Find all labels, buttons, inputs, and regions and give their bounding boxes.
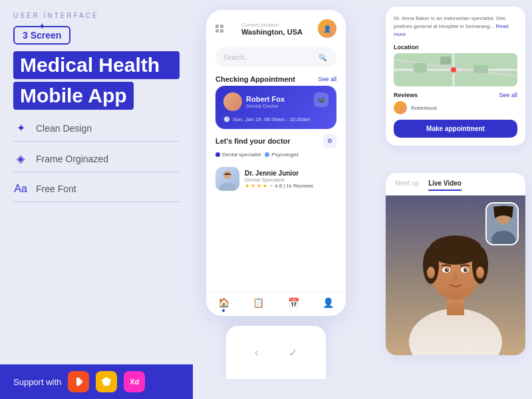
right-panel: Dr. Anna Baker is an Indonesian speciali… xyxy=(379,0,532,399)
feature-clean-design: ✦ Clean Design xyxy=(13,122,180,142)
doctor-rating: ★ ★ ★ ★ ★ 4.8 | 1k Reviews xyxy=(245,183,313,189)
appointment-time: 🕐 Sun, Jan 19. 08.00am - 10.00am xyxy=(223,116,329,122)
reviewer-name: Robinhood xyxy=(411,105,437,111)
review-count: | xyxy=(283,183,285,189)
filter-button[interactable]: ⚙ xyxy=(323,134,336,148)
video-card: Meet up Live Video xyxy=(386,173,525,355)
star1: ★ xyxy=(245,183,249,189)
location-value: Washington, USA xyxy=(241,28,303,36)
psych-dot xyxy=(265,152,269,157)
svg-rect-11 xyxy=(473,65,488,73)
title-line2: Mobile App xyxy=(13,82,134,110)
svg-marker-1 xyxy=(102,377,111,386)
feature-frame: ◈ Frame Orginazed xyxy=(13,152,180,172)
dental-dot xyxy=(215,152,220,157)
screen-badge: 3 Screen xyxy=(13,26,70,45)
appointment-doctor-name: Robert Fox xyxy=(246,95,285,103)
doctor-list-item[interactable]: Dr. Jennie Junior Dental Specialist ★ ★ … xyxy=(215,163,336,195)
specialty-dental[interactable]: Dental specialist xyxy=(215,152,261,158)
reviews-title: Reviews xyxy=(394,92,418,98)
bottom-navigation: 🏠 📋 📅 👤 xyxy=(206,291,346,316)
search-icon[interactable]: 🔍 xyxy=(317,51,329,63)
see-all-appointments[interactable]: See all xyxy=(318,76,336,82)
back-icon[interactable]: ‹ xyxy=(255,346,258,358)
appointment-top: Robert Fox Dental Doctor 📹 xyxy=(223,92,329,111)
appointment-doctor-info: Robert Fox Dental Doctor xyxy=(223,92,285,111)
support-bar: Support with Xd xyxy=(0,364,193,399)
phone-header: Current location Washington, USA 👤 xyxy=(206,10,346,43)
reviews-section: Reviews See all Robinhood xyxy=(394,92,517,114)
appointment-doctor-details: Robert Fox Dental Doctor xyxy=(246,95,285,109)
location-info: Current location Washington, USA xyxy=(241,22,303,36)
xd-icon[interactable]: Xd xyxy=(124,371,145,392)
svg-point-3 xyxy=(219,183,235,191)
rating-value: 4.8 xyxy=(275,183,282,189)
doctor-details: Dr. Jennie Junior Dental Specialist ★ ★ … xyxy=(245,170,313,189)
location-label: Current location xyxy=(241,22,303,28)
features-list: ✦ Clean Design ◈ Frame Orginazed Aa Free… xyxy=(13,122,180,202)
location-section: Location xyxy=(394,44,517,86)
svg-point-26 xyxy=(427,267,435,279)
star4: ★ xyxy=(263,183,267,189)
font-icon: Aa xyxy=(13,183,28,195)
check-icon[interactable]: ✓ xyxy=(289,346,297,359)
reviewer-item: Robinhood xyxy=(394,101,517,114)
specialty-psych[interactable]: Psycologist xyxy=(265,152,298,158)
nav-profile[interactable]: 👤 xyxy=(323,297,334,312)
phone-middle: Current location Washington, USA 👤 Searc… xyxy=(206,10,346,316)
svg-rect-10 xyxy=(440,57,451,65)
svg-point-24 xyxy=(464,268,467,272)
support-text: Support with xyxy=(13,377,61,387)
make-appointment-button[interactable]: Make appointment xyxy=(394,120,517,138)
star2: ★ xyxy=(251,183,255,189)
live-video-content xyxy=(386,196,525,355)
video-call-icon[interactable]: 📹 xyxy=(314,92,329,107)
sparkle-icon: ✦ xyxy=(13,122,28,134)
appointment-title: Checking Appointment xyxy=(215,75,295,83)
star5: ★ xyxy=(269,183,273,189)
svg-point-22 xyxy=(447,269,448,270)
nav-calendar[interactable]: 📅 xyxy=(288,297,299,312)
menu-icon[interactable] xyxy=(215,25,226,33)
figma-icon[interactable] xyxy=(68,371,89,392)
svg-point-25 xyxy=(466,269,467,270)
appointment-section-header: Checking Appointment See all xyxy=(206,71,346,86)
reviews-header: Reviews See all xyxy=(394,92,517,98)
tab-meetup[interactable]: Meet up xyxy=(395,180,419,191)
appointment-card[interactable]: Robert Fox Dental Doctor 📹 🕐 Sun, Jan 19… xyxy=(215,86,336,129)
layers-icon: ◈ xyxy=(13,152,28,165)
see-all-reviews[interactable]: See all xyxy=(499,92,517,98)
tab-livevideo[interactable]: Live Video xyxy=(428,180,462,191)
find-doctor-header: Let's find your doctor ⚙ xyxy=(215,134,336,148)
sketch-icon[interactable] xyxy=(96,371,117,392)
feature-label: Free Font xyxy=(36,184,76,194)
search-bar[interactable]: Search... 🔍 xyxy=(215,47,336,67)
ui-label: USER INTERFACE xyxy=(13,12,180,19)
appointment-doctor-avatar xyxy=(223,92,242,111)
location-section-title: Location xyxy=(394,44,517,51)
title-line1: Medical Health xyxy=(13,51,180,79)
star3: ★ xyxy=(257,183,261,189)
svg-rect-9 xyxy=(414,63,427,72)
user-avatar[interactable]: 👤 xyxy=(318,19,336,38)
svg-point-12 xyxy=(451,67,456,72)
small-video-overlay xyxy=(485,202,519,245)
find-doctor-title: Let's find your doctor xyxy=(215,137,291,145)
video-tabs: Meet up Live Video xyxy=(386,173,525,196)
clock-icon: 🕐 xyxy=(223,116,230,122)
nav-appointments[interactable]: 📋 xyxy=(253,297,264,312)
nav-home[interactable]: 🏠 xyxy=(218,297,229,312)
reviewer-avatar xyxy=(394,101,407,114)
feature-label: Clean Design xyxy=(36,123,92,134)
doctor-specialty: Dental Specialist xyxy=(245,177,313,183)
psych-label: Psycologist xyxy=(271,152,298,158)
phone-bottom-partial: ‹ ✓ xyxy=(226,326,326,379)
doctor-avatar xyxy=(215,167,239,191)
appointment-doctor-specialty: Dental Doctor xyxy=(246,103,285,109)
svg-point-21 xyxy=(445,268,449,272)
map-view[interactable] xyxy=(394,53,517,86)
dental-label: Dental specialist xyxy=(222,152,261,158)
title-block: Medical Health Mobile App xyxy=(13,51,180,110)
specialty-tags: Dental specialist Psycologist xyxy=(215,152,336,158)
left-panel: USER INTERFACE 3 Screen Medical Health M… xyxy=(0,0,193,399)
